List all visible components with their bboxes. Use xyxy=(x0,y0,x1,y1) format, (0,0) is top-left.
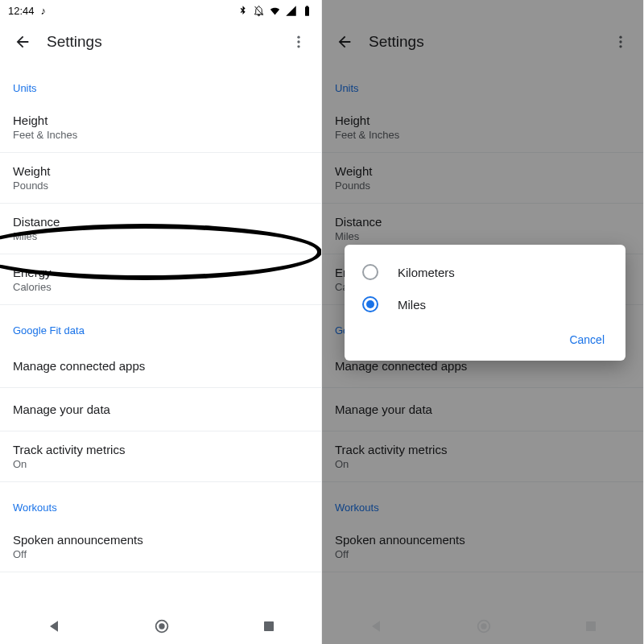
setting-connected-apps[interactable]: Manage connected apps xyxy=(0,345,321,388)
setting-height[interactable]: Height Feet & Inches xyxy=(0,102,321,153)
setting-sub: On xyxy=(13,458,308,470)
svg-rect-5 xyxy=(264,621,274,631)
section-header-units: Units xyxy=(0,63,321,102)
app-bar: Settings xyxy=(0,21,321,63)
radio-label: Miles xyxy=(398,298,426,312)
svg-point-2 xyxy=(297,45,299,47)
setting-distance[interactable]: Distance Miles xyxy=(0,204,321,254)
setting-sub: Off xyxy=(13,548,308,560)
screen-settings-dialog: 12:44 ♪ Settings Units Height Feet & Inc… xyxy=(322,0,644,644)
setting-track-metrics[interactable]: Track activity metrics On xyxy=(0,431,321,482)
nav-recent-icon[interactable] xyxy=(262,619,276,634)
setting-sub: Calories xyxy=(13,281,308,293)
wifi-icon xyxy=(269,5,281,17)
back-button[interactable] xyxy=(8,27,37,56)
setting-weight[interactable]: Weight Pounds xyxy=(0,153,321,204)
overflow-button[interactable] xyxy=(284,27,313,56)
screen-settings: 12:44 ♪ Settings Units Height Feet & Inc… xyxy=(0,0,322,644)
distance-unit-dialog: Kilometers Miles Cancel xyxy=(345,245,625,361)
svg-point-4 xyxy=(159,623,164,629)
setting-your-data[interactable]: Manage your data xyxy=(0,388,321,431)
setting-title: Height xyxy=(13,114,308,127)
page-title: Settings xyxy=(47,33,284,51)
status-bar: 12:44 ♪ xyxy=(0,0,321,21)
setting-title: Track activity metrics xyxy=(13,443,308,456)
radio-label: Kilometers xyxy=(398,266,455,279)
nav-home-icon[interactable] xyxy=(153,617,171,635)
setting-title: Weight xyxy=(13,164,308,178)
radio-option-miles[interactable]: Miles xyxy=(345,288,625,320)
battery-icon xyxy=(301,5,313,17)
setting-title: Spoken announcements xyxy=(13,533,308,547)
setting-title: Energy xyxy=(13,266,308,279)
nav-back-icon[interactable] xyxy=(46,618,62,634)
svg-point-1 xyxy=(297,40,299,43)
status-icons-right xyxy=(237,5,313,17)
svg-point-0 xyxy=(297,36,299,39)
radio-option-kilometers[interactable]: Kilometers xyxy=(345,256,625,288)
system-nav xyxy=(0,609,321,644)
status-time: 12:44 xyxy=(8,5,35,17)
radio-icon xyxy=(362,264,378,280)
more-vert-icon xyxy=(291,34,307,50)
radio-inner-icon xyxy=(366,300,374,308)
arrow-back-icon xyxy=(14,33,31,51)
bluetooth-icon xyxy=(237,5,249,17)
cancel-button[interactable]: Cancel xyxy=(563,328,611,351)
music-icon: ♪ xyxy=(41,5,47,17)
setting-sub: Feet & Inches xyxy=(13,129,308,141)
setting-spoken[interactable]: Spoken announcements Off xyxy=(0,522,321,572)
setting-sub: Pounds xyxy=(13,180,308,192)
dnd-icon xyxy=(253,5,265,17)
setting-title: Manage your data xyxy=(13,402,308,416)
signal-icon xyxy=(285,5,297,17)
settings-list[interactable]: Units Height Feet & Inches Weight Pounds… xyxy=(0,63,321,609)
setting-title: Manage connected apps xyxy=(13,359,308,373)
setting-energy[interactable]: Energy Calories xyxy=(0,254,321,305)
section-header-workouts: Workouts xyxy=(0,482,321,522)
section-header-fit: Google Fit data xyxy=(0,305,321,345)
setting-title: Distance xyxy=(13,215,308,229)
setting-sub: Miles xyxy=(13,230,308,242)
radio-icon-selected xyxy=(362,296,378,312)
